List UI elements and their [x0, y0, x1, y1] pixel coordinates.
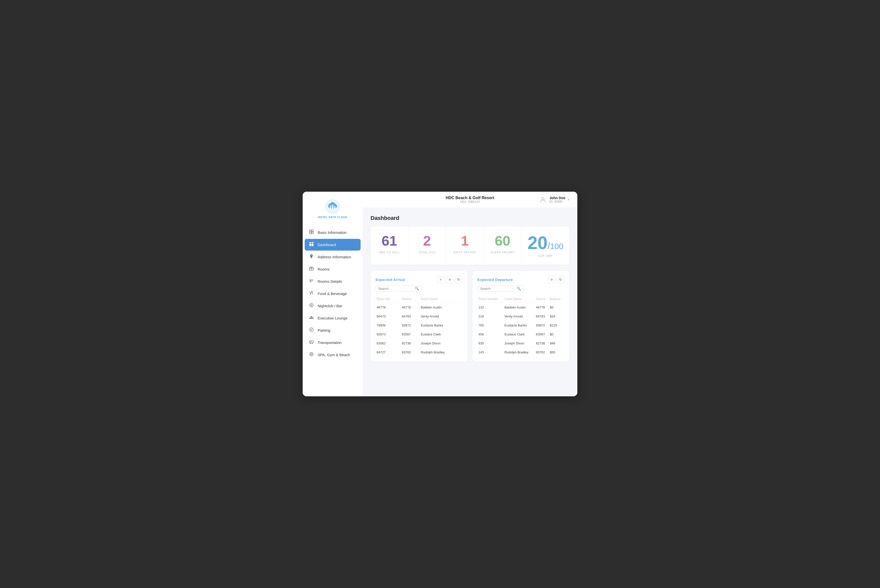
refresh-button[interactable]: ↻: [455, 276, 463, 283]
svg-rect-9: [330, 206, 331, 207]
sidebar-logo: HOTEL DATA CLOUD: [303, 196, 363, 226]
arrival-search-icon: 🔍: [415, 286, 419, 291]
sidebar-navigation: Basic Information Dashboard: [303, 226, 363, 392]
dirty-vacant-value: 1: [451, 234, 479, 248]
basic-info-icon: [309, 230, 314, 236]
dashboard-body: Dashboard 61 RMS TO SELL 2 TOTAL CCC 1 D…: [363, 208, 577, 396]
table-row: 143 Rudolph Bradley 83762 $50: [478, 348, 565, 357]
guest-name: Eustacia Banks: [420, 321, 463, 330]
source: 63567: [401, 330, 420, 339]
balance: $0: [549, 303, 565, 312]
balance: $48: [549, 339, 565, 348]
svg-rect-16: [309, 232, 311, 234]
table-row: 765 Eustacia Banks 93872 $125: [478, 321, 565, 330]
svg-point-36: [312, 343, 313, 344]
svg-point-39: [309, 352, 313, 356]
sidebar-item-label: Transportation: [318, 340, 342, 345]
chevron-down-icon: ▾: [568, 198, 569, 201]
sidebar-item-parking[interactable]: P Parking: [305, 324, 360, 336]
sidebar-item-label: Address Information: [318, 255, 351, 259]
guest-name: Joseph Dixon: [420, 339, 463, 348]
sidebar-item-rooms[interactable]: Rooms: [305, 263, 360, 275]
main-content: HDC Beach & Golf Resort HDC 75BE223 John…: [363, 192, 577, 396]
source: 82738: [535, 339, 549, 348]
guest-name: Baldwin Austin: [503, 303, 535, 312]
balance: $125: [549, 321, 565, 330]
stat-dirty-vacant: 1 DIRTY VACANT: [446, 226, 484, 265]
reser-no: 84727: [375, 348, 401, 357]
sidebar-item-dashboard[interactable]: Dashboard: [305, 239, 360, 250]
user-avatar-icon: [539, 196, 547, 204]
sidebar-item-transportation[interactable]: Transportation: [305, 337, 360, 348]
source: 64783: [535, 312, 549, 321]
col-sourse: Sourse: [401, 295, 420, 303]
table-row: 56473 64783 Verity Arnold: [375, 312, 463, 321]
sidebar-item-food-beverage[interactable]: Food & Beverage: [305, 288, 360, 300]
arrival-search-input[interactable]: [378, 287, 413, 291]
source: 82738: [401, 339, 420, 348]
source: 46778: [401, 303, 420, 312]
room-number: 456: [478, 330, 503, 339]
departure-list-button[interactable]: ≡: [548, 276, 556, 283]
svg-point-35: [310, 343, 311, 344]
sidebar-item-label: Parking: [318, 328, 330, 332]
sidebar-item-rooms-details[interactable]: Rooms Details: [305, 276, 360, 287]
user-info: John Doe ID: 40985: [550, 196, 565, 203]
expected-departure-title: Expected Departure: [478, 278, 546, 282]
arrival-table: Reser. No Sourse Guest Name 46778 46778 …: [375, 295, 463, 357]
room-number: 143: [478, 348, 503, 357]
svg-rect-6: [332, 205, 333, 208]
departure-search-icon: 🔍: [517, 286, 521, 291]
guest-name: Eustace Clark: [420, 330, 463, 339]
stats-row: 61 RMS TO SELL 2 TOTAL CCC 1 DIRTY VACAN…: [371, 226, 569, 265]
svg-rect-12: [334, 207, 335, 207]
expected-departure-section: Expected Departure ≡ ↻ 🔍: [473, 271, 569, 362]
balance: $0: [549, 330, 565, 339]
sidebar-item-executive-lounge[interactable]: Executive Lounge: [305, 312, 360, 324]
departure-refresh-button[interactable]: ↻: [557, 276, 565, 283]
svg-rect-15: [312, 230, 313, 232]
room-number: 216: [478, 312, 503, 321]
dirty-vacant-label: DIRTY VACANT: [451, 251, 479, 254]
table-row: 456 Eustace Clark 63567 $0: [478, 330, 565, 339]
svg-rect-18: [309, 242, 311, 243]
stat-total-ccc: 2 TOTAL CCC: [408, 226, 446, 265]
svg-rect-5: [330, 206, 331, 208]
rooms-details-icon: [309, 279, 314, 284]
stat-rms-to-sell: 61 RMS TO SELL: [371, 226, 408, 265]
source: 63567: [535, 330, 549, 339]
departure-search-input[interactable]: [480, 287, 515, 291]
total-ccc-value: 2: [413, 234, 441, 248]
user-id: ID: 40985: [550, 200, 565, 203]
sidebar-item-address-information[interactable]: Address Information: [305, 251, 360, 263]
list-button[interactable]: ≡: [446, 276, 454, 283]
room-number: 132: [478, 303, 503, 312]
parking-icon: P: [309, 327, 314, 333]
arrival-search-box[interactable]: 🔍: [375, 285, 422, 292]
guest-name: Verity Arnold: [420, 312, 463, 321]
col-room-number: Room Number: [478, 295, 503, 303]
guest-name: Eustacia Banks: [503, 321, 535, 330]
sidebar-item-spa-gym-beach[interactable]: SPA, Gym & Beach: [305, 349, 360, 361]
tables-row: Expected Arrival + ≡ ↻ 🔍: [371, 271, 569, 362]
rooms-icon: [309, 266, 314, 272]
sidebar-item-nightclub-bar[interactable]: Nightclub / Bar: [305, 300, 360, 312]
room-number: 835: [478, 339, 503, 348]
guest-name: Verity Arnold: [503, 312, 535, 321]
user-name: John Doe: [550, 196, 565, 200]
reser-no: 56473: [375, 312, 401, 321]
spa-icon: [309, 352, 314, 358]
departure-search-box[interactable]: 🔍: [478, 285, 524, 292]
add-button[interactable]: +: [437, 276, 445, 283]
svg-rect-17: [312, 232, 313, 234]
guest-name: Rudolph Bradley: [503, 348, 535, 357]
sidebar-item-basic-information[interactable]: Basic Information: [305, 226, 360, 238]
user-profile[interactable]: John Doe ID: 40985 ▾: [539, 196, 569, 204]
room-number: 765: [478, 321, 503, 330]
exp-arr-current: 20: [528, 234, 548, 252]
table-row: 78936 93872 Eustacia Banks: [375, 321, 463, 330]
reser-no: 92873: [375, 330, 401, 339]
sidebar-item-label: Rooms: [318, 267, 330, 271]
source: 93872: [401, 321, 420, 330]
guest-name: Rudolph Bradley: [420, 348, 463, 357]
